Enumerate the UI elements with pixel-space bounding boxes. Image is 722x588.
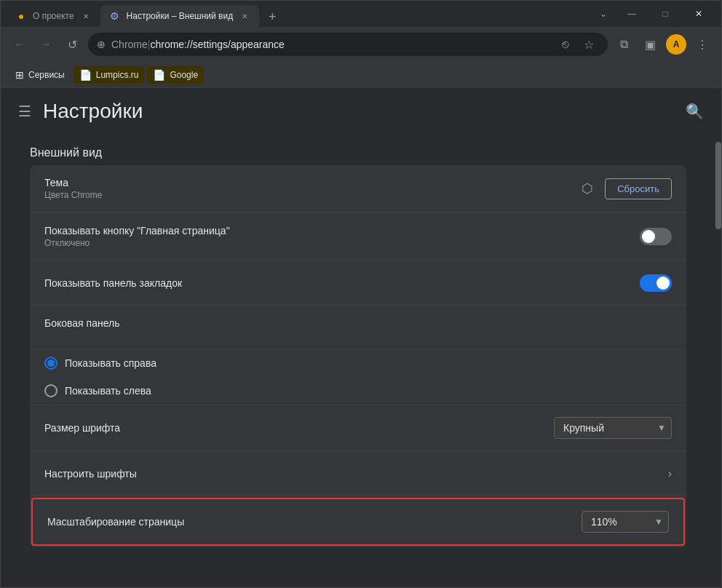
external-link-icon[interactable]: ⬡ <box>582 180 593 196</box>
setting-row-font-size: Размер шрифта Очень маленький Маленький … <box>30 405 686 451</box>
bookmark-icon[interactable]: ☆ <box>579 34 599 55</box>
maximize-button[interactable]: □ <box>648 1 682 27</box>
bookmarks-bar-toggle[interactable] <box>640 274 672 292</box>
chrome-menu-icon[interactable]: ⋮ <box>692 34 713 55</box>
reload-button[interactable]: ↺ <box>62 34 82 55</box>
zoom-name: Масштабирование страницы <box>47 516 582 528</box>
tab-favicon-settings: ⚙ <box>109 10 121 22</box>
zoom-select-wrapper: 75% 90% 100% 110% 125% 150% 175% 200% <box>582 511 669 533</box>
home-button-toggle-thumb <box>642 230 655 243</box>
bookmarks-bar-name: Показывать панель закладок <box>44 277 640 289</box>
home-button-name: Показывать кнопку "Главная страница" <box>44 225 640 237</box>
zoom-select[interactable]: 75% 90% 100% 110% 125% 150% 175% 200% <box>582 511 669 533</box>
minimize-button[interactable]: — <box>615 1 648 27</box>
settings-main: ☰ Настройки 🔍 Внешний вид Тема Цвета Chr… <box>1 88 721 587</box>
url-text: Chrome | chrome://settings/appearance <box>111 39 285 50</box>
setting-row-bookmarks-bar: Показывать панель закладок <box>30 261 686 305</box>
bookmarks-bar-control <box>640 274 672 292</box>
close-button[interactable]: ✕ <box>682 1 715 27</box>
bookmarks-bar-toggle-thumb <box>656 277 670 290</box>
bookmarks-bar-label: Показывать панель закладок <box>44 277 640 289</box>
radio-show-left-circle <box>44 384 57 397</box>
theme-control: ⬡ Сбросить <box>582 178 672 199</box>
bookmark-lumpics-label: Lumpics.ru <box>96 70 139 80</box>
radio-show-right-label: Показывать справа <box>65 357 156 369</box>
tab-close-about[interactable]: ✕ <box>80 10 92 22</box>
tab-label-about: О проекте <box>33 11 74 21</box>
theme-label: Тема Цвета Chrome <box>44 177 582 200</box>
settings-search-icon[interactable]: 🔍 <box>686 103 704 120</box>
radio-show-left[interactable]: Показывать слева <box>30 377 686 405</box>
home-button-label: Показывать кнопку "Главная страница" Отк… <box>44 225 640 248</box>
radio-show-right-circle <box>44 357 57 370</box>
content-area: ☰ Настройки 🔍 Внешний вид Тема Цвета Chr… <box>1 88 721 587</box>
zoom-control: 75% 90% 100% 110% 125% 150% 175% 200% <box>582 511 669 533</box>
tab-settings[interactable]: ⚙ Настройки – Внешний вид ✕ <box>100 5 260 27</box>
tab-close-settings[interactable]: ✕ <box>239 10 250 22</box>
font-size-control: Очень маленький Маленький Средний Крупны… <box>554 417 672 439</box>
new-tab-button[interactable]: + <box>262 7 282 27</box>
tab-label-settings: Настройки – Внешний вид <box>127 11 234 21</box>
services-icon: ⊞ <box>15 69 24 81</box>
tab-favicon-about: ● <box>15 10 27 22</box>
window-frame: ● О проекте ✕ ⚙ Настройки – Внешний вид … <box>0 0 722 588</box>
settings-header: ☰ Настройки 🔍 <box>1 88 721 135</box>
font-size-label: Размер шрифта <box>44 422 554 434</box>
back-button[interactable]: ← <box>9 34 30 55</box>
google-icon: 📄 <box>153 69 165 81</box>
window-controls: — □ ✕ <box>609 1 721 27</box>
setting-row-home-button: Показывать кнопку "Главная страница" Отк… <box>30 213 686 261</box>
url-actions: ⎋ ☆ <box>555 34 599 55</box>
section-title: Внешний вид <box>30 135 686 165</box>
forward-button[interactable]: → <box>36 34 56 55</box>
radio-show-left-label: Показывать слева <box>65 385 151 397</box>
title-bar: ● О проекте ✕ ⚙ Настройки – Внешний вид … <box>1 1 721 27</box>
profile-avatar[interactable]: А <box>666 34 686 55</box>
bookmarks-bar: ⊞ Сервисы 📄 Lumpics.ru 📄 Google <box>1 62 721 88</box>
font-size-select-wrapper: Очень маленький Маленький Средний Крупны… <box>554 417 672 439</box>
setting-row-fonts[interactable]: Настроить шрифты › <box>30 452 686 496</box>
theme-desc: Цвета Chrome <box>44 190 582 200</box>
url-favicon: ⊕ <box>97 39 106 50</box>
theme-reset-button[interactable]: Сбросить <box>605 178 672 199</box>
settings-section-appearance: Тема Цвета Chrome ⬡ Сбросить <box>30 165 686 547</box>
fonts-label: Настроить шрифты <box>44 468 668 480</box>
home-button-toggle[interactable] <box>640 228 672 245</box>
url-path: chrome://settings/appearance <box>150 39 284 50</box>
share-icon[interactable]: ⎋ <box>555 34 576 55</box>
hamburger-icon[interactable]: ☰ <box>18 103 31 120</box>
url-bar[interactable]: ⊕ Chrome | chrome://settings/appearance … <box>88 33 608 56</box>
tab-about[interactable]: ● О проекте ✕ <box>7 5 100 27</box>
setting-row-theme: Тема Цвета Chrome ⬡ Сбросить <box>30 165 686 212</box>
radio-show-right-inner <box>47 359 55 367</box>
fonts-control: › <box>668 467 672 480</box>
scrollbar-thumb[interactable] <box>715 142 721 229</box>
extension-icon[interactable]: ⧉ <box>614 34 634 55</box>
profile-letter: А <box>673 39 680 49</box>
font-size-select[interactable]: Очень маленький Маленький Средний Крупны… <box>554 417 672 439</box>
url-origin: Chrome <box>111 39 148 50</box>
radio-show-right[interactable]: Показывать справа <box>30 349 686 377</box>
settings-title: Настройки <box>43 100 143 123</box>
fonts-arrow-icon: › <box>668 467 672 480</box>
bookmark-google[interactable]: 📄 Google <box>147 66 204 84</box>
theme-name: Тема <box>44 177 582 188</box>
sidepanel-name: Боковая панель <box>44 317 672 329</box>
bookmark-lumpics[interactable]: 📄 Lumpics.ru <box>74 66 145 84</box>
scrollbar-track[interactable] <box>715 135 721 587</box>
lumpics-icon: 📄 <box>79 69 92 81</box>
bookmark-google-label: Google <box>170 70 198 80</box>
setting-row-zoom: Масштабирование страницы 75% 90% 100% 11… <box>31 498 685 546</box>
zoom-label: Масштабирование страницы <box>47 516 582 528</box>
settings-content: Внешний вид Тема Цвета Chrome ⬡ Сбросить <box>1 135 715 587</box>
home-button-desc: Отключено <box>44 238 640 248</box>
sidepanel-label: Боковая панель <box>44 317 672 329</box>
bookmark-services[interactable]: ⊞ Сервисы <box>9 66 71 84</box>
sidebar-toggle-icon[interactable]: ▣ <box>640 34 660 55</box>
setting-row-sidepanel: Боковая панель <box>30 306 686 349</box>
fonts-name: Настроить шрифты <box>44 468 668 480</box>
font-size-name: Размер шрифта <box>44 422 554 434</box>
bookmark-services-label: Сервисы <box>28 70 65 80</box>
home-button-control <box>640 228 672 245</box>
address-bar: ← → ↺ ⊕ Chrome | chrome://settings/appea… <box>1 27 721 62</box>
